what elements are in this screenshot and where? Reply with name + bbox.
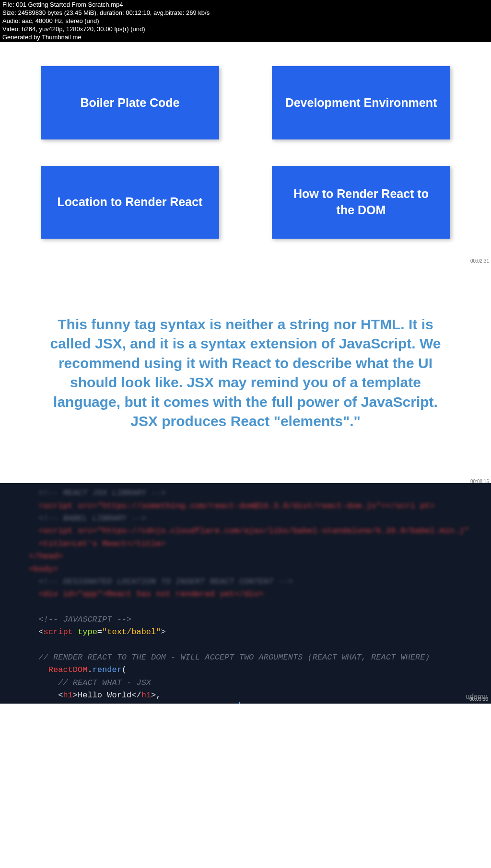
code-comment: <!-- DESIGNATED LOCATION TO INSERT REACT…: [38, 576, 293, 588]
code-line: // REACT WHAT - JSX: [0, 677, 491, 689]
script-tag: script: [44, 626, 73, 638]
frame-code-editor: <!-- REACT JSX LIBRARY --> <script src="…: [0, 483, 491, 704]
code-line: <script src="https://cdnjs.cloudflare.co…: [38, 525, 469, 537]
code-line: // REACT WHERE - DIV WITH ID OF "APP": [0, 702, 491, 704]
code-area: <!-- REACT JSX LIBRARY --> <script src="…: [0, 483, 491, 704]
blurred-code-top: <!-- REACT JSX LIBRARY --> <script src="…: [0, 487, 491, 601]
file-size-line: Size: 24589830 bytes (23.45 MiB), durati…: [2, 9, 489, 17]
h1-text: Hello World: [78, 689, 131, 702]
comment-where: // REACT WHERE - DIV WITH ID OF "APP": [58, 702, 239, 704]
code-line: <script src="https://something.com/react…: [38, 500, 434, 512]
frame-jsx-text: This funny tag syntax is neither a strin…: [0, 263, 491, 483]
card-location: Location to Render React: [41, 166, 219, 239]
comment-render: // RENDER REACT TO THE DOM - WILL ACCEPT…: [38, 651, 430, 664]
type-value: "text/babel": [102, 626, 161, 638]
code-line: <body>: [29, 563, 58, 576]
code-line: <script type="text/babel">: [0, 626, 491, 638]
code-comment: <!-- REACT JSX LIBRARY -->: [38, 487, 165, 499]
comment-what: // REACT WHAT - JSX: [58, 677, 151, 689]
code-comment: <!-- BABEL LIBRARY -->: [38, 512, 146, 525]
card-label: Development Environment: [285, 95, 437, 111]
card-label: Boiler Plate Code: [81, 95, 180, 111]
render-func: render: [93, 664, 122, 676]
card-dev-env: Development Environment: [272, 66, 450, 139]
card-boilerplate: Boiler Plate Code: [41, 66, 219, 139]
card-how-render: How to Render React to the DOM: [272, 166, 450, 239]
timestamp: 00:09:56: [469, 695, 488, 703]
file-info-header: File: 001 Getting Started From Scratch.m…: [0, 0, 491, 42]
code-line: </head>: [29, 550, 63, 563]
audio-line: Audio: aac, 48000 Hz, stereo (und): [2, 17, 489, 25]
video-line: Video: h264, yuv420p, 1280x720, 30.00 fp…: [2, 25, 489, 34]
code-blank-line: [0, 639, 491, 651]
comment-js: <!-- JAVASCRIPT -->: [38, 613, 131, 626]
jsx-explanation: This funny tag syntax is neither a strin…: [49, 315, 442, 431]
type-attr: type: [78, 626, 97, 638]
card-label: Location to Render React: [58, 194, 203, 210]
frame-cards: Boiler Plate Code Development Environmen…: [0, 42, 491, 263]
file-name-line: File: 001 Getting Started From Scratch.m…: [2, 1, 489, 9]
code-line: <div id="app">React has not rendered yet…: [38, 588, 263, 601]
cards-grid: Boiler Plate Code Development Environmen…: [29, 66, 462, 239]
code-line: <title>Let's React</title>: [38, 538, 165, 550]
code-line: ReactDOM.render(: [0, 664, 491, 676]
code-line: <h1>Hello World</h1>,: [0, 689, 491, 702]
generated-line: Generated by Thumbnail me: [2, 34, 489, 42]
code-line: // RENDER REACT TO THE DOM - WILL ACCEPT…: [0, 651, 491, 664]
h1-tag: h1: [63, 689, 72, 702]
code-blank-line: [0, 601, 491, 613]
h1-close: h1: [141, 689, 151, 702]
code-line: <!-- JAVASCRIPT -->: [0, 613, 491, 626]
card-label: How to Render React to the DOM: [284, 186, 438, 219]
reactdom: ReactDOM: [48, 664, 88, 676]
cursor-icon: [239, 702, 240, 704]
